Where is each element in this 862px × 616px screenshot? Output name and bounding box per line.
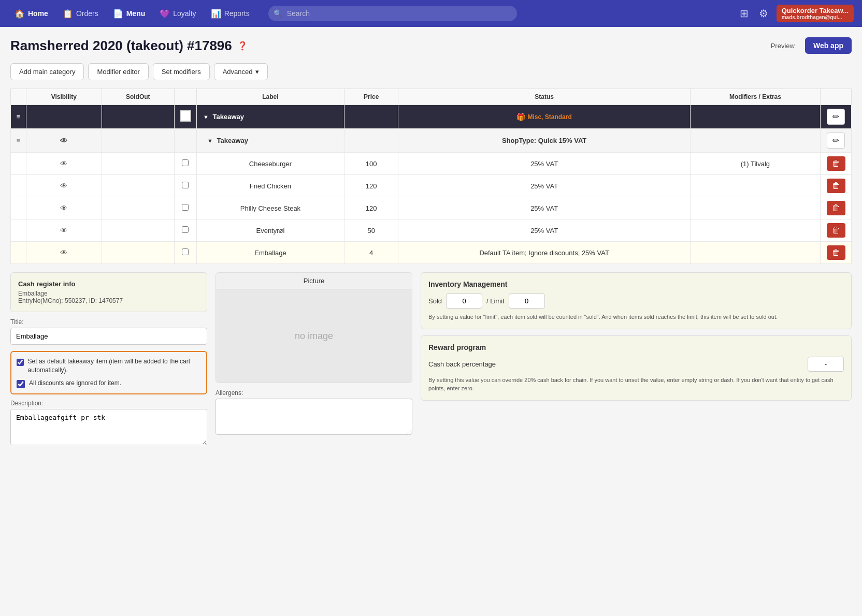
delete-item-1-button[interactable]: 🗑 <box>827 179 845 193</box>
eye: 👁 <box>26 153 102 175</box>
limit-label: / Limit <box>486 297 505 305</box>
advanced-button[interactable]: Advanced ▾ <box>214 63 268 80</box>
allergens-textarea[interactable] <box>216 399 412 435</box>
eye: 👁 <box>26 175 102 197</box>
drag[interactable] <box>11 242 26 264</box>
eye: 👁 <box>26 219 102 242</box>
search-icon: 🔍 <box>274 9 282 18</box>
page-title: Ramsherred 2020 (takeout) #17896 ❓ <box>10 38 248 54</box>
item-modifiers-0: (1) Tilvalg <box>690 153 820 175</box>
eye-icon-3[interactable]: 👁 <box>60 226 67 234</box>
nav-home[interactable]: 🏠 Home <box>8 6 54 22</box>
table-row-item-2: 👁 Philly Cheese Steak 120 25% VAT 🗑 <box>11 197 852 219</box>
webapp-button[interactable]: Web app <box>805 37 852 54</box>
item-checkbox-3[interactable] <box>182 226 189 233</box>
soldout <box>102 175 174 197</box>
nav-menu[interactable]: 📄 Menu <box>107 6 152 22</box>
item-label-4: Emballage <box>196 242 344 264</box>
drag[interactable] <box>11 175 26 197</box>
description-form-group: Description: Emballageafgift pr stk <box>10 400 207 447</box>
add-category-button[interactable]: Add main category <box>10 63 84 80</box>
item-price-3: 50 <box>344 219 398 242</box>
nav-right: ⊞ ⚙ Quickorder Takeaw... mads.brodthagen… <box>738 5 854 22</box>
item-del-1: 🗑 <box>821 175 852 197</box>
nav-orders[interactable]: 📋 Orders <box>56 6 105 22</box>
category-name-cell: ▼ Takeaway <box>196 105 344 129</box>
item-price-2: 120 <box>344 197 398 219</box>
help-icon[interactable]: ❓ <box>237 41 248 51</box>
sold-label: Sold <box>428 297 442 305</box>
cash-register-entry: EntryNo(MCno): 550237, ID: 1470577 <box>18 297 199 304</box>
ignore-discounts-checkbox[interactable] <box>17 380 25 388</box>
reward-row: Cash back percentage <box>428 357 844 372</box>
drag-cell[interactable]: ≡ <box>11 105 26 129</box>
picture-header: Picture <box>216 273 412 289</box>
eye-icon-sub[interactable]: 👁 <box>60 137 67 145</box>
drag[interactable] <box>11 153 26 175</box>
panel-left: Cash register info Emballage EntryNo(MCn… <box>10 272 207 453</box>
table-row-subcategory: ≡ 👁 ▼ Takeaway ShopType: Quick 15% VAT ✏ <box>11 129 852 153</box>
drag[interactable] <box>11 197 26 219</box>
item-checkbox-4[interactable] <box>182 248 189 255</box>
checkbox-row-1: Set as default takeaway item (item will … <box>17 357 201 375</box>
delete-item-4-button[interactable]: 🗑 <box>827 245 845 260</box>
eye-icon-0[interactable]: 👁 <box>60 159 67 168</box>
expand-icon[interactable]: ▼ <box>203 114 209 120</box>
modifiers-cell-sub <box>690 129 820 153</box>
soldout <box>102 219 174 242</box>
checkbox-group: Set as default takeaway item (item will … <box>10 351 207 394</box>
item-checkbox-1[interactable] <box>182 182 189 188</box>
cash-back-input[interactable] <box>808 357 844 372</box>
title-input[interactable] <box>10 328 207 345</box>
item-status-3: 25% VAT <box>398 219 690 242</box>
preview-button[interactable]: Preview <box>766 39 800 53</box>
grid-icon[interactable]: ⊞ <box>738 5 751 22</box>
search-bar: 🔍 <box>268 6 725 21</box>
set-modifiers-button[interactable]: Set modifiers <box>153 63 210 80</box>
navbar: 🏠 Home 📋 Orders 📄 Menu 💜 Loyalty 📊 Repor… <box>0 0 862 27</box>
delete-item-2-button[interactable]: 🗑 <box>827 201 845 215</box>
item-checkbox-2[interactable] <box>182 204 189 211</box>
edit-category-button[interactable]: ✏ <box>827 109 845 125</box>
nav-reports[interactable]: 📊 Reports <box>205 6 256 22</box>
item-checkbox-0[interactable] <box>182 159 189 166</box>
col-soldout: SoldOut <box>102 89 174 105</box>
description-textarea[interactable]: Emballageafgift pr stk <box>10 409 207 445</box>
edit-subcategory-button[interactable]: ✏ <box>827 133 845 149</box>
cash-register-item: Emballage <box>18 290 199 297</box>
limit-input[interactable] <box>509 294 545 309</box>
table-row-category: ≡ ▼ Takeaway 🎁 Misc, Standard <box>11 105 852 129</box>
inventory-row: Sold / Limit <box>428 294 844 309</box>
eye-icon-4[interactable]: 👁 <box>60 248 67 257</box>
col-modifiers: Modifiers / Extras <box>690 89 820 105</box>
delete-item-3-button[interactable]: 🗑 <box>827 223 845 238</box>
search-input[interactable] <box>268 6 517 21</box>
soldout <box>102 242 174 264</box>
picture-body[interactable]: no image <box>216 289 412 383</box>
user-badge[interactable]: Quickorder Takeaw... mads.brodthagen@qui… <box>777 5 854 22</box>
chevron-down-icon: ▾ <box>255 68 259 76</box>
category-checkbox[interactable] <box>180 110 191 122</box>
nav-loyalty[interactable]: 💜 Loyalty <box>153 6 202 22</box>
sold-input[interactable] <box>446 294 482 309</box>
checkbox-row-2: All discounts are ignored for item. <box>17 379 201 388</box>
inventory-title: Inventory Management <box>428 280 844 288</box>
drag-cell-sub[interactable]: ≡ <box>11 129 26 153</box>
drag[interactable] <box>11 219 26 242</box>
table-row-item-3: 👁 Eventyrøl 50 25% VAT 🗑 <box>11 219 852 242</box>
soldout <box>102 197 174 219</box>
checkbox-1-label: Set as default takeaway item (item will … <box>28 357 201 375</box>
eye-icon-2[interactable]: 👁 <box>60 204 67 212</box>
soldout <box>102 153 174 175</box>
chk <box>174 197 196 219</box>
item-label-2: Philly Cheese Steak <box>196 197 344 219</box>
settings-icon[interactable]: ⚙ <box>757 5 770 22</box>
default-takeaway-checkbox[interactable] <box>17 358 24 366</box>
expand-icon-sub[interactable]: ▼ <box>207 138 213 144</box>
eye-icon-1[interactable]: 👁 <box>60 182 67 190</box>
item-del-4: 🗑 <box>821 242 852 264</box>
chk <box>174 219 196 242</box>
chk <box>174 242 196 264</box>
delete-item-0-button[interactable]: 🗑 <box>827 156 845 171</box>
modifier-editor-button[interactable]: Modifier editor <box>88 63 148 80</box>
